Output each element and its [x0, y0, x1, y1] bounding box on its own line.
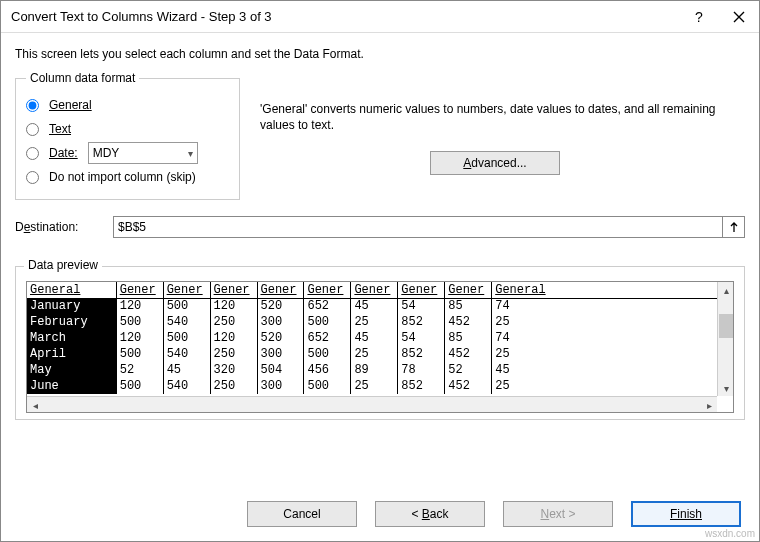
data-cell: 89 [351, 362, 398, 378]
data-cell: 500 [116, 314, 163, 330]
data-cell: 300 [257, 346, 304, 362]
data-cell: 500 [304, 346, 351, 362]
column-header[interactable]: Gener [257, 282, 304, 298]
scroll-right-icon[interactable]: ▸ [701, 397, 717, 413]
window-title: Convert Text to Columns Wizard - Step 3 … [11, 9, 679, 24]
data-cell: 504 [257, 362, 304, 378]
row-header-cell: April [27, 346, 116, 362]
data-cell: 250 [210, 346, 257, 362]
data-cell: 54 [398, 330, 445, 346]
data-cell: 54 [398, 298, 445, 314]
column-header[interactable]: Gener [351, 282, 398, 298]
scroll-down-icon[interactable]: ▾ [718, 380, 734, 396]
scroll-thumb[interactable] [719, 314, 733, 338]
format-description: 'General' converts numeric values to num… [260, 101, 745, 133]
data-cell: 520 [257, 298, 304, 314]
data-cell: 85 [445, 298, 492, 314]
column-header[interactable]: Gener [210, 282, 257, 298]
data-cell: 45 [351, 330, 398, 346]
data-cell: 85 [445, 330, 492, 346]
preview-legend: Data preview [24, 258, 102, 272]
row-header-cell: January [27, 298, 116, 314]
radio-text-label[interactable]: Text [49, 122, 71, 136]
data-cell: 652 [304, 330, 351, 346]
table-row: January12050012052065245548574 [27, 298, 717, 314]
data-cell: 120 [116, 298, 163, 314]
row-header-cell: February [27, 314, 116, 330]
radio-text[interactable] [26, 123, 39, 136]
row-header-cell: June [27, 378, 116, 394]
radio-general-label[interactable]: General [49, 98, 92, 112]
destination-input[interactable] [113, 216, 723, 238]
data-cell: 852 [398, 378, 445, 394]
data-cell: 652 [304, 298, 351, 314]
next-button: Next > [503, 501, 613, 527]
data-cell: 250 [210, 378, 257, 394]
finish-button[interactable]: Finish [631, 501, 741, 527]
column-header[interactable]: General [27, 282, 116, 298]
data-cell: 452 [445, 314, 492, 330]
cancel-button[interactable]: Cancel [247, 501, 357, 527]
wizard-buttons: Cancel < Back Next > Finish [19, 501, 741, 527]
data-cell: 320 [210, 362, 257, 378]
data-cell: 120 [116, 330, 163, 346]
table-row: April5005402503005002585245225 [27, 346, 717, 362]
intro-text: This screen lets you select each column … [15, 47, 745, 61]
data-cell: 120 [210, 298, 257, 314]
format-legend: Column data format [26, 71, 139, 85]
titlebar: Convert Text to Columns Wizard - Step 3 … [1, 1, 759, 33]
destination-picker-button[interactable] [723, 216, 745, 238]
data-cell: 500 [116, 346, 163, 362]
chevron-down-icon: ▾ [188, 148, 193, 159]
data-cell: 45 [351, 298, 398, 314]
radio-skip-label[interactable]: Do not import column (skip) [49, 170, 196, 184]
horizontal-scrollbar[interactable]: ◂ ▸ [27, 396, 717, 412]
data-cell: 120 [210, 330, 257, 346]
data-cell: 52 [445, 362, 492, 378]
column-header[interactable]: General [492, 282, 717, 298]
scroll-left-icon[interactable]: ◂ [27, 397, 43, 413]
column-header[interactable]: Gener [398, 282, 445, 298]
back-button[interactable]: < Back [375, 501, 485, 527]
data-cell: 500 [163, 298, 210, 314]
scroll-up-icon[interactable]: ▴ [718, 282, 734, 298]
data-cell: 452 [445, 346, 492, 362]
column-header[interactable]: Gener [116, 282, 163, 298]
data-cell: 852 [398, 346, 445, 362]
table-row: February5005402503005002585245225 [27, 314, 717, 330]
destination-label: Destination: [15, 220, 113, 234]
data-cell: 52 [116, 362, 163, 378]
column-header[interactable]: Gener [304, 282, 351, 298]
date-format-select[interactable]: MDY ▾ [88, 142, 198, 164]
column-data-format-group: Column data format General Text Date: MD… [15, 71, 240, 200]
preview-box: GeneralGenerGenerGenerGenerGenerGenerGen… [26, 281, 734, 413]
column-header[interactable]: Gener [163, 282, 210, 298]
advanced-button[interactable]: Advanced... [430, 151, 560, 175]
data-preview-group: Data preview GeneralGenerGenerGenerGener… [15, 266, 745, 420]
data-cell: 300 [257, 314, 304, 330]
radio-general[interactable] [26, 99, 39, 112]
vertical-scrollbar[interactable]: ▴ ▾ [717, 282, 733, 396]
data-cell: 520 [257, 330, 304, 346]
radio-date[interactable] [26, 147, 39, 160]
column-header[interactable]: Gener [445, 282, 492, 298]
table-row: March12050012052065245548574 [27, 330, 717, 346]
data-cell: 74 [492, 330, 717, 346]
radio-date-label[interactable]: Date: [49, 146, 78, 160]
row-header-cell: March [27, 330, 116, 346]
radio-skip[interactable] [26, 171, 39, 184]
data-cell: 25 [351, 346, 398, 362]
close-button[interactable] [719, 1, 759, 33]
data-cell: 500 [304, 378, 351, 394]
preview-grid[interactable]: GeneralGenerGenerGenerGenerGenerGenerGen… [27, 282, 717, 396]
data-cell: 25 [351, 314, 398, 330]
data-cell: 78 [398, 362, 445, 378]
data-cell: 45 [163, 362, 210, 378]
help-button[interactable]: ? [679, 1, 719, 33]
data-cell: 74 [492, 298, 717, 314]
close-icon [733, 11, 745, 23]
data-cell: 540 [163, 314, 210, 330]
data-cell: 852 [398, 314, 445, 330]
data-cell: 456 [304, 362, 351, 378]
data-cell: 25 [492, 378, 717, 394]
